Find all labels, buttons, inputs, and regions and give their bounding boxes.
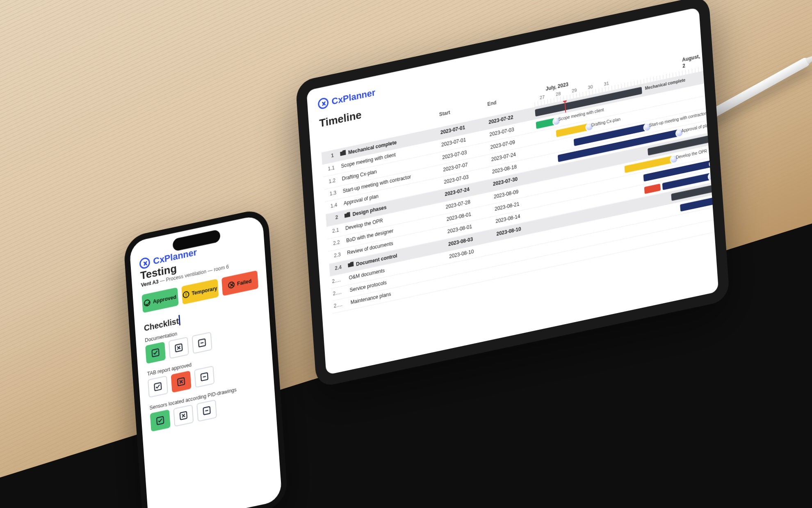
na-box[interactable] <box>196 400 217 422</box>
fail-box[interactable] <box>173 405 194 427</box>
gantt-bar[interactable]: Scope meeting with client <box>536 118 556 129</box>
gantt-bar-label: BoD with the designer <box>715 151 719 164</box>
alert-circle-icon <box>182 291 189 298</box>
check-circle-icon <box>144 299 151 307</box>
phone-screen: CxPlanner Testing Vent A3 — Process vent… <box>129 214 282 508</box>
fail-box[interactable] <box>171 371 192 393</box>
avatar <box>707 172 716 181</box>
fail-box[interactable] <box>169 336 189 359</box>
brand-name: CxPlanner <box>331 87 376 107</box>
na-box[interactable] <box>192 332 212 354</box>
folder-icon <box>348 261 354 268</box>
gantt-bar[interactable] <box>644 183 661 194</box>
folder-icon <box>344 212 351 218</box>
folder-icon <box>340 150 346 156</box>
status-failed-button[interactable]: Failed <box>221 270 258 296</box>
avatar <box>709 158 717 168</box>
pass-box[interactable] <box>150 410 171 432</box>
pass-box[interactable] <box>145 342 166 364</box>
checklist: Documentation TAB report approved Sensor… <box>145 313 267 432</box>
phone-device: CxPlanner Testing Vent A3 — Process vent… <box>123 207 288 508</box>
na-box[interactable] <box>194 366 214 388</box>
logo-mark-icon <box>318 97 329 110</box>
status-temporary-button[interactable]: Temporary <box>182 279 219 304</box>
status-approved-button[interactable]: Approved <box>141 287 178 313</box>
close-circle-icon <box>228 281 235 289</box>
pass-box[interactable] <box>148 375 168 398</box>
